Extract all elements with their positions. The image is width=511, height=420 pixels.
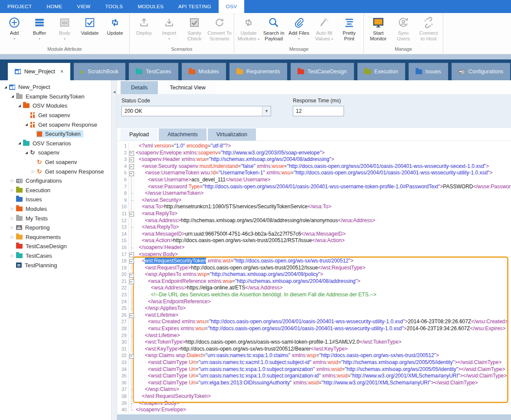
document-tab-testcases[interactable]: TestCases <box>129 63 178 80</box>
document-tab-issues[interactable]: Issues <box>409 63 448 80</box>
fold-collapse-icon[interactable] <box>128 150 134 157</box>
code-line-6[interactable]: 6<wsse:Username>acs_devel_111</wsse:User… <box>117 177 511 184</box>
buffer-button[interactable]: Buffer▾ <box>27 15 52 41</box>
tree-item-modules[interactable]: ▷Modules <box>0 204 111 214</box>
code-line-15[interactable]: 15<wsa:Action>http://docs.oasis-open.org… <box>117 237 511 244</box>
code-line-26[interactable]: 26<wst:Lifetime> <box>117 312 511 319</box>
code-line-33[interactable]: 33<wsid:ClaimType Uri="urn:oasis:names:t… <box>117 359 511 366</box>
expander-closed-icon[interactable]: ▷ <box>10 217 15 220</box>
tree-item-execution[interactable]: ▷Execution <box>0 186 111 195</box>
expander-open-icon[interactable] <box>16 142 22 144</box>
dropdown-arrow-icon[interactable]: ▾ <box>13 37 15 41</box>
code-line-4[interactable]: 4<wsse:Security soapenv:mustUnderstand="… <box>117 163 511 170</box>
ribbon-tab-project[interactable]: PROJECT <box>0 0 39 13</box>
tree-item-my-tests[interactable]: ▷My Tests <box>0 213 111 223</box>
code-line-7[interactable]: 7<wsse:Password Type="http://docs.oasis-… <box>117 184 511 190</box>
tree-item-example-securitytoken[interactable]: Example SecurityToken <box>0 92 111 102</box>
code-line-17[interactable]: 17<soapenv:Body> <box>117 251 511 258</box>
expander-closed-icon[interactable]: ▷ <box>10 235 15 239</box>
code-line-35[interactable]: 35<wsid:ClaimType Uri="urn:oasis:names:t… <box>117 373 511 380</box>
fold-collapse-icon[interactable] <box>128 210 134 217</box>
code-line-39[interactable]: 39</soapenv:Body> <box>117 400 511 407</box>
code-line-13[interactable]: 13</wsa:ReplyTo> <box>117 224 511 231</box>
code-line-38[interactable]: 38</wst:RequestSecurityToken> <box>117 393 511 400</box>
code-line-10[interactable]: 10<wsa:To>http://sensetrunkcn1:1080/STS/… <box>117 203 511 210</box>
code-line-9[interactable]: 9</wsse:Security> <box>117 197 511 204</box>
expander-closed-icon[interactable]: ▷ <box>10 207 15 211</box>
tree-item-securitytoken[interactable]: SecurityToken <box>0 129 111 139</box>
code-line-2[interactable]: 2<soapenv:Envelope xmlns:soapenv="http:/… <box>117 150 511 157</box>
expander-closed-icon[interactable]: ▷ <box>30 170 36 174</box>
tab-attachments[interactable]: Attachments <box>159 128 206 141</box>
code-line-27[interactable]: 27<wsu:Created xmlns:wsu="http://docs.oa… <box>117 318 511 325</box>
payload-xml-editor[interactable]: 1<?xml version="1.0" encoding="utf-8"?>2… <box>117 141 511 414</box>
pretty-print-button[interactable]: PrettyPrint <box>337 15 362 42</box>
response-time-input[interactable]: 12 <box>293 106 344 116</box>
tree-item-osv-scenarios[interactable]: OSV Scenarios <box>0 139 111 148</box>
search-in-payload-button[interactable]: Search inPayload <box>261 15 286 42</box>
code-line-28[interactable]: 28<wsu:Expires xmlns:wsu="http://docs.oa… <box>117 325 511 332</box>
code-line-37[interactable]: 37</wsp:Claims> <box>117 386 511 393</box>
tree-item-osv-modules[interactable]: OSV Modules <box>0 101 111 111</box>
tree-item-testcases[interactable]: ▷TestCases <box>0 251 111 261</box>
code-line-12[interactable]: 12<wsa:Address>http://schemas.xmlsoap.or… <box>117 217 511 224</box>
tree-item-get-soapenv[interactable]: Get soapenv <box>0 111 111 120</box>
tree-item-soapenv[interactable]: ↻soapenv <box>0 148 111 158</box>
code-line-30[interactable]: 30<wst:TokenType>http://docs.oasis-open.… <box>117 339 511 346</box>
fold-collapse-icon[interactable] <box>128 251 134 258</box>
start-monitor-button[interactable]: StartMonitor <box>366 15 391 42</box>
validate-button[interactable]: Validate <box>77 15 102 36</box>
expander-open-icon[interactable] <box>23 123 29 126</box>
tree-item-new_project[interactable]: New_Project <box>0 82 111 92</box>
code-line-34[interactable]: 34<wsid:ClaimType Uri="urn:oasis:names:t… <box>117 366 511 373</box>
tree-item-requirements[interactable]: ▷Requirements <box>0 233 111 242</box>
expander-closed-icon[interactable]: ▷ <box>10 226 15 230</box>
code-line-18[interactable]: 18<wst:RequestSecurityToken xmlns:wst="h… <box>117 258 511 265</box>
document-tab-configurations[interactable]: Configurations <box>452 63 511 80</box>
expander-closed-icon[interactable]: ▷ <box>10 254 15 258</box>
collapse-splitter-icon[interactable]: ◄ <box>112 90 116 94</box>
expander-closed-icon[interactable]: ▷ <box>10 179 15 183</box>
code-line-31[interactable]: 31<wst:KeyType>http://docs.oasis-open.or… <box>117 346 511 353</box>
fold-collapse-icon[interactable] <box>128 258 134 265</box>
code-line-22[interactable]: 22<wsa:Address>https://elga-online.at/ET… <box>117 285 511 292</box>
code-line-36[interactable]: 36<wsid:ClaimType Uri="urn:elga:bes:2013… <box>117 380 511 387</box>
document-tab-modules[interactable]: Modules <box>182 63 226 80</box>
code-line-19[interactable]: 19<wst:RequestType>http://docs.oasis-ope… <box>117 265 511 272</box>
tree-item-configurations[interactable]: ▷Configurations <box>0 176 111 186</box>
fold-collapse-icon[interactable] <box>128 163 134 170</box>
expander-open-icon[interactable] <box>10 95 15 98</box>
update-button[interactable]: Update <box>102 15 128 36</box>
tree-item-testplanning[interactable]: TestPlanning <box>0 260 111 270</box>
tab-technical-view[interactable]: Technical View <box>159 81 216 94</box>
document-tab-scratchbook[interactable]: ▶ScratchBook <box>74 63 125 80</box>
code-line-16[interactable]: 16</soapenv:Header> <box>117 244 511 251</box>
document-tab-new_project[interactable]: New_Project× <box>8 63 70 80</box>
code-line-24[interactable]: 24</wsa:EndpointReference> <box>117 299 511 305</box>
ribbon-tab-api-testing[interactable]: API TESTING <box>171 0 219 13</box>
code-line-8[interactable]: 8</wsse:UsernameToken> <box>117 190 511 197</box>
fold-collapse-icon[interactable] <box>128 312 134 319</box>
code-line-20[interactable]: 20<wsp:AppliesTo xmlns:wsp="http://schem… <box>117 271 511 278</box>
expander-open-icon[interactable] <box>23 151 29 154</box>
fold-collapse-icon[interactable] <box>128 156 134 163</box>
code-line-40[interactable]: 40</soapenv:Envelope> <box>117 407 511 413</box>
document-tab-testcasedesign[interactable]: TestCaseDesign <box>291 63 354 80</box>
code-line-11[interactable]: 11<wsa:ReplyTo> <box>117 210 511 217</box>
chevron-down-icon[interactable]: ▼ <box>262 106 271 116</box>
code-line-14[interactable]: 14<wsa:MessageID>urn:uuid:9667500f-4751-… <box>117 231 511 238</box>
fold-collapse-icon[interactable] <box>128 271 134 278</box>
ribbon-tab-home[interactable]: HOME <box>39 0 69 13</box>
tree-splitter[interactable]: ◄ <box>111 80 117 420</box>
tree-item-testcasedesign[interactable]: TestCaseDesign <box>0 242 111 251</box>
close-icon[interactable]: × <box>60 69 63 75</box>
ribbon-tab-tools[interactable]: TOOLS <box>98 0 131 13</box>
fold-collapse-icon[interactable] <box>128 170 134 177</box>
tab-virtualization[interactable]: Virtualization <box>208 128 256 141</box>
add-files-button[interactable]: Add Files▾ <box>286 15 311 41</box>
tree-item-get-soapenv[interactable]: ↻Get soapenv <box>0 158 111 167</box>
add-button[interactable]: Add▾ <box>2 15 27 41</box>
tab-payload[interactable]: Payload <box>121 128 157 141</box>
code-line-23[interactable]: 23<!--Die URL des Services welches die A… <box>117 292 511 299</box>
fold-collapse-icon[interactable] <box>128 278 134 285</box>
